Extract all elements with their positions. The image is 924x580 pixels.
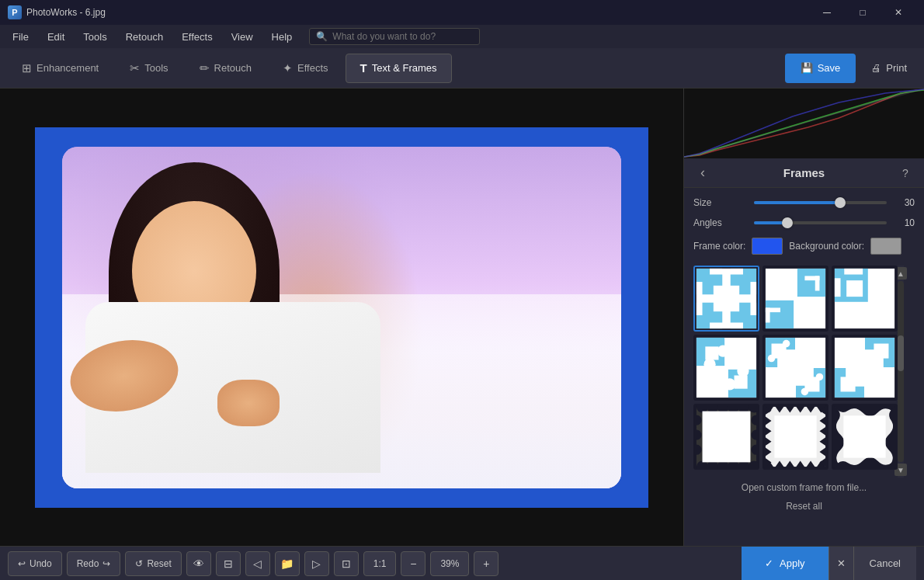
- menu-effects[interactable]: Effects: [174, 28, 221, 46]
- inner-image: [62, 147, 621, 488]
- text-frames-label: Text & Frames: [372, 62, 437, 74]
- reset-button[interactable]: ↺ Reset: [125, 551, 181, 576]
- menu-view[interactable]: View: [224, 28, 261, 46]
- menu-tools[interactable]: Tools: [75, 28, 114, 46]
- svg-point-33: [737, 365, 749, 377]
- prev-image-button[interactable]: ◁: [245, 551, 270, 576]
- view-icon-button[interactable]: 👁: [186, 551, 211, 576]
- zoom-in-icon: +: [483, 557, 489, 570]
- close-button[interactable]: ✕: [881, 0, 916, 25]
- angles-slider[interactable]: [754, 221, 887, 224]
- cancel-button[interactable]: Cancel: [853, 547, 916, 581]
- prev-icon: ◁: [253, 557, 262, 570]
- menu-edit[interactable]: Edit: [40, 28, 72, 46]
- size-label: Size: [693, 197, 748, 208]
- undo-button[interactable]: ↩ Undo: [8, 551, 62, 576]
- cancel-label: Cancel: [870, 557, 901, 569]
- svg-point-40: [783, 340, 790, 348]
- redo-button[interactable]: Redo ↪: [67, 551, 121, 576]
- enhancement-icon: ⊞: [22, 61, 32, 75]
- frame-thumb-5[interactable]: [762, 335, 828, 401]
- angles-slider-row: Angles 10: [693, 217, 915, 228]
- zoom-100-button[interactable]: 1:1: [363, 551, 397, 576]
- svg-rect-35: [735, 376, 748, 389]
- redo-icon: ↪: [102, 558, 110, 569]
- menu-file[interactable]: File: [5, 28, 36, 46]
- tab-tools[interactable]: ✂ Tools: [116, 54, 182, 83]
- frame-thumb-8[interactable]: [762, 404, 828, 470]
- folder-icon: 📁: [280, 557, 294, 570]
- menubar: File Edit Tools Retouch Effects View Hel…: [0, 25, 924, 48]
- eye-icon: 👁: [193, 557, 204, 570]
- frame-thumb-6[interactable]: [832, 335, 898, 401]
- zoom-out-icon: −: [410, 557, 416, 570]
- zoom-out-button[interactable]: −: [401, 551, 426, 576]
- framed-image: [35, 127, 648, 508]
- tab-text-frames[interactable]: T Text & Frames: [346, 54, 452, 83]
- reset-icon: ↺: [135, 558, 143, 569]
- retouch-icon: ✏: [200, 61, 210, 75]
- next-image-button[interactable]: ▷: [304, 551, 329, 576]
- open-custom-link[interactable]: Open custom frame from file...: [693, 478, 915, 498]
- svg-point-43: [816, 373, 824, 381]
- undo-icon: ↩: [18, 558, 26, 569]
- save-button[interactable]: 💾 Save: [785, 54, 856, 83]
- frame-thumb-9[interactable]: [832, 404, 898, 470]
- panel-help-button[interactable]: ?: [896, 167, 915, 179]
- svg-rect-17: [815, 276, 820, 290]
- close-x-icon: ✕: [837, 557, 846, 569]
- size-slider[interactable]: [754, 201, 887, 204]
- apply-checkmark-icon: ✓: [765, 557, 773, 569]
- frame-thumb-4[interactable]: [693, 335, 759, 401]
- open-folder-button[interactable]: 📁: [275, 551, 300, 576]
- histogram: [684, 89, 924, 158]
- panel-scrollbar[interactable]: ▲ ▼: [898, 266, 904, 478]
- zoom-100-label: 1:1: [373, 558, 387, 569]
- tab-effects[interactable]: ✦ Effects: [269, 54, 342, 83]
- close-button-2[interactable]: ✕: [828, 547, 853, 581]
- size-slider-row: Size 30: [693, 197, 915, 208]
- enhancement-label: Enhancement: [36, 62, 99, 74]
- panel-header: ‹ Frames ?: [684, 158, 924, 188]
- frame-color-swatch[interactable]: [752, 238, 783, 255]
- tab-retouch[interactable]: ✏ Retouch: [186, 54, 266, 83]
- canvas-area[interactable]: PhotoWorks PhotoWorks PhotoWorks PhotoWo…: [0, 89, 683, 546]
- maximize-button[interactable]: □: [845, 0, 881, 25]
- compare-button[interactable]: ⊟: [216, 551, 241, 576]
- frame-thumb-1[interactable]: [693, 266, 759, 332]
- fit-window-button[interactable]: ⊡: [334, 551, 359, 576]
- reset-all-link[interactable]: Reset all: [693, 498, 915, 515]
- print-button[interactable]: 🖨 Print: [862, 54, 916, 83]
- win-controls: ─ □ ✕: [809, 0, 916, 25]
- svg-rect-9: [750, 282, 756, 315]
- panel-back-button[interactable]: ‹: [693, 165, 712, 181]
- menu-help[interactable]: Help: [264, 28, 300, 46]
- angles-label: Angles: [693, 217, 748, 228]
- frame-thumb-3[interactable]: [832, 266, 898, 332]
- zoom-level-display: 39%: [430, 551, 469, 576]
- svg-rect-7: [710, 269, 743, 275]
- retouch-label: Retouch: [214, 62, 252, 74]
- apply-button[interactable]: ✓ Apply: [742, 547, 828, 581]
- angles-value: 10: [893, 217, 915, 228]
- frame-thumb-2[interactable]: [762, 266, 828, 332]
- svg-point-31: [703, 359, 715, 370]
- next-icon: ▷: [312, 557, 321, 570]
- frame-thumb-7[interactable]: [693, 404, 759, 470]
- search-icon: 🔍: [316, 31, 328, 42]
- search-input[interactable]: [332, 31, 472, 42]
- menu-retouch[interactable]: Retouch: [118, 28, 171, 46]
- search-box[interactable]: 🔍: [309, 28, 480, 45]
- svg-rect-24: [835, 278, 841, 297]
- tab-enhancement[interactable]: ⊞ Enhancement: [8, 54, 113, 83]
- bg-color-swatch[interactable]: [870, 238, 901, 255]
- frame-color-label: Frame color:: [693, 241, 745, 252]
- right-panel: ‹ Frames ? Size 30 Angles: [683, 89, 924, 546]
- svg-rect-47: [841, 377, 856, 391]
- print-label: Print: [886, 62, 907, 74]
- zoom-in-button[interactable]: +: [474, 551, 498, 576]
- svg-rect-10: [710, 322, 743, 328]
- minimize-button[interactable]: ─: [809, 0, 845, 25]
- svg-rect-19: [766, 307, 770, 322]
- apply-cancel-area: ✓ Apply ✕ Cancel: [742, 547, 916, 581]
